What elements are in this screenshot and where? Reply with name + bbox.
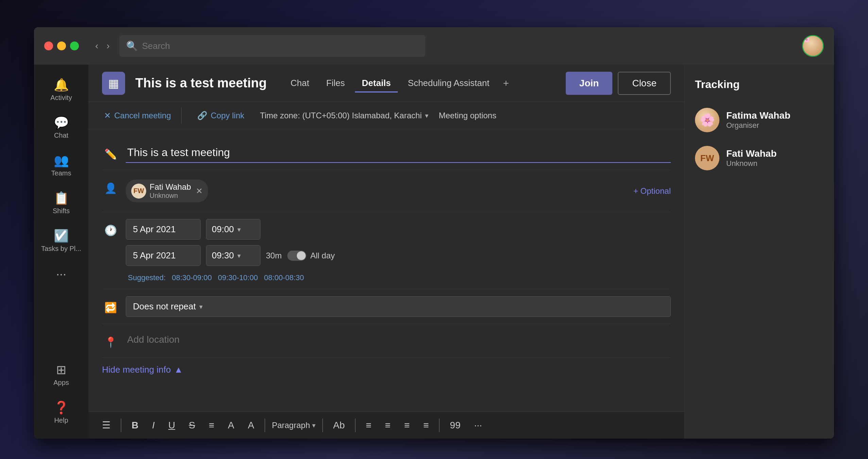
datetime-container: 5 Apr 2021 09:00 ▾ 5 Apr 2021 09:30 [126, 219, 671, 282]
attendee-remove-fati[interactable]: ✕ [196, 186, 203, 196]
all-day-knob [297, 251, 306, 260]
datetime-section: 5 Apr 2021 09:00 ▾ 5 Apr 2021 09:30 [126, 219, 671, 282]
search-bar[interactable]: 🔍 [119, 35, 425, 57]
meeting-panel: ▦ This is a test meeting Chat Files Deta… [88, 65, 684, 439]
maximize-button[interactable] [70, 41, 79, 50]
sidebar-item-shifts[interactable]: 📋 Shifts [34, 185, 88, 222]
hide-meeting-info-button[interactable]: Hide meeting info ▲ [102, 358, 671, 382]
title-field-container [126, 143, 671, 163]
form-row-attendees: 👤 FW Fati Wahab Unknown ✕ + O [102, 170, 671, 212]
tab-details[interactable]: Details [355, 74, 397, 92]
format-ab-button[interactable]: Ab [330, 417, 348, 434]
shifts-icon: 📋 [54, 192, 69, 204]
suggested-time-2[interactable]: 09:30-10:00 [218, 273, 258, 282]
tracking-person-fati: FW Fati Wahab Unknown [695, 139, 824, 177]
titlebar: ‹ › 🔍 🌸 [34, 27, 834, 65]
format-list-icon[interactable]: ☰ [99, 417, 114, 434]
minimize-button[interactable] [57, 41, 66, 50]
start-datetime-row: 5 Apr 2021 09:00 ▾ [126, 219, 671, 240]
repeat-chevron-icon: ▾ [199, 303, 203, 311]
close-button[interactable] [44, 41, 53, 50]
format-more-button[interactable]: ··· [471, 417, 486, 434]
meeting-options-button[interactable]: Meeting options [439, 111, 496, 120]
format-font-color-button[interactable]: A [224, 417, 238, 434]
close-meeting-button[interactable]: Close [618, 72, 671, 95]
sidebar-item-help[interactable]: ❓ Help [50, 394, 72, 432]
all-day-toggle[interactable]: All day [287, 251, 335, 261]
start-time-value: 09:00 [212, 224, 234, 235]
tracking-info-fati: Fati Wahab Unknown [726, 148, 777, 168]
sidebar-item-label-activity: Activity [50, 94, 72, 102]
end-date-input[interactable]: 5 Apr 2021 [126, 245, 201, 266]
attendees-icon: 👤 [102, 180, 119, 197]
format-italic-button[interactable]: I [149, 417, 158, 434]
cancel-meeting-button[interactable]: ✕ Cancel meeting [99, 107, 182, 124]
main-content: 🔔 Activity 💬 Chat 👥 Teams 📋 Shifts ☑️ Ta… [34, 65, 834, 439]
format-highlight-button[interactable]: A [244, 417, 258, 434]
tab-files[interactable]: Files [319, 74, 352, 92]
format-ordered-list-button[interactable]: ≡ [420, 417, 432, 434]
search-input[interactable] [142, 41, 419, 51]
duration-badge: 30m [266, 251, 282, 260]
start-date-input[interactable]: 5 Apr 2021 [126, 219, 201, 240]
tracking-role-fatima: Organiser [726, 121, 790, 130]
location-icon: 📍 [102, 334, 119, 351]
hide-meeting-chevron-icon: ▲ [174, 364, 183, 375]
format-underline-button[interactable]: U [165, 417, 178, 434]
sidebar-item-teams[interactable]: 👥 Teams [34, 147, 88, 185]
add-optional-button[interactable]: + Optional [633, 186, 671, 196]
tracking-person-fatima: 🌸 Fatima Wahab Organiser [695, 101, 824, 139]
title-input[interactable] [126, 143, 671, 163]
start-time-select[interactable]: 09:00 ▾ [206, 219, 260, 240]
tracking-name-fatima: Fatima Wahab [726, 110, 790, 121]
format-quote-button[interactable]: 99 [446, 417, 464, 434]
format-align-center-button[interactable]: ≡ [381, 417, 394, 434]
back-arrow[interactable]: ‹ [92, 39, 101, 53]
attendee-chip-fati: FW Fati Wahab Unknown ✕ [126, 180, 208, 202]
sidebar-more[interactable]: ··· [49, 260, 73, 288]
apps-icon: ⊞ [56, 364, 66, 376]
user-avatar[interactable]: 🌸 [802, 35, 824, 57]
form-row-repeat: 🔁 Does not repeat ▾ [102, 289, 671, 324]
location-input[interactable] [126, 331, 671, 348]
repeat-icon: 🔁 [102, 299, 119, 316]
suggested-time-3[interactable]: 08:00-08:30 [264, 273, 304, 282]
sidebar-item-activity[interactable]: 🔔 Activity [34, 71, 88, 109]
format-bold-button[interactable]: B [128, 417, 142, 434]
tracking-role-fati: Unknown [726, 159, 777, 168]
tab-add-button[interactable]: + [499, 74, 512, 92]
sidebar-item-chat[interactable]: 💬 Chat [34, 109, 88, 147]
tracking-title: Tracking [695, 78, 824, 91]
suggested-label: Suggested: [128, 273, 166, 282]
format-bullet-list-button[interactable]: ≡ [401, 417, 413, 434]
end-time-select[interactable]: 09:30 ▾ [206, 245, 260, 266]
format-strikethrough-button[interactable]: S [185, 417, 199, 434]
suggested-times: Suggested: 08:30-09:00 09:30-10:00 08:00… [126, 273, 671, 282]
tab-chat[interactable]: Chat [284, 74, 316, 92]
sidebar-item-label-help: Help [54, 417, 68, 424]
meeting-toolbar: ✕ Cancel meeting 🔗 Copy link Time zone: … [88, 102, 684, 129]
timezone-selector[interactable]: Time zone: (UTC+05:00) Islamabad, Karach… [260, 111, 428, 120]
app-window: ‹ › 🔍 🌸 🔔 Activity 💬 Chat 👥 Teams [34, 27, 834, 439]
nav-arrows: ‹ › [92, 39, 113, 53]
repeat-label: Does not repeat [133, 301, 196, 312]
format-align-left-button[interactable]: ≡ [362, 417, 375, 434]
sidebar-item-tasks[interactable]: ☑️ Tasks by Pl... [34, 222, 88, 260]
format-table-button[interactable]: ≡ [205, 417, 218, 434]
copy-link-button[interactable]: 🔗 Copy link [192, 107, 250, 124]
suggested-time-1[interactable]: 08:30-09:00 [172, 273, 211, 282]
paragraph-select[interactable]: Paragraph ▾ [272, 421, 316, 430]
meeting-header: ▦ This is a test meeting Chat Files Deta… [88, 65, 684, 102]
sidebar-item-label-chat: Chat [54, 132, 68, 139]
tab-scheduling[interactable]: Scheduling Assistant [401, 74, 496, 92]
cancel-icon: ✕ [104, 111, 111, 120]
attendee-avatar-fati: FW [131, 184, 146, 199]
clock-icon: 🕐 [102, 222, 119, 239]
forward-arrow[interactable]: › [104, 39, 112, 53]
join-button[interactable]: Join [566, 72, 613, 95]
sidebar-item-apps[interactable]: ⊞ Apps [50, 356, 72, 394]
all-day-switch[interactable] [287, 251, 306, 261]
attendees-container: FW Fati Wahab Unknown ✕ + Optional [126, 177, 671, 205]
repeat-select[interactable]: Does not repeat ▾ [126, 296, 671, 317]
help-icon: ❓ [54, 402, 69, 414]
